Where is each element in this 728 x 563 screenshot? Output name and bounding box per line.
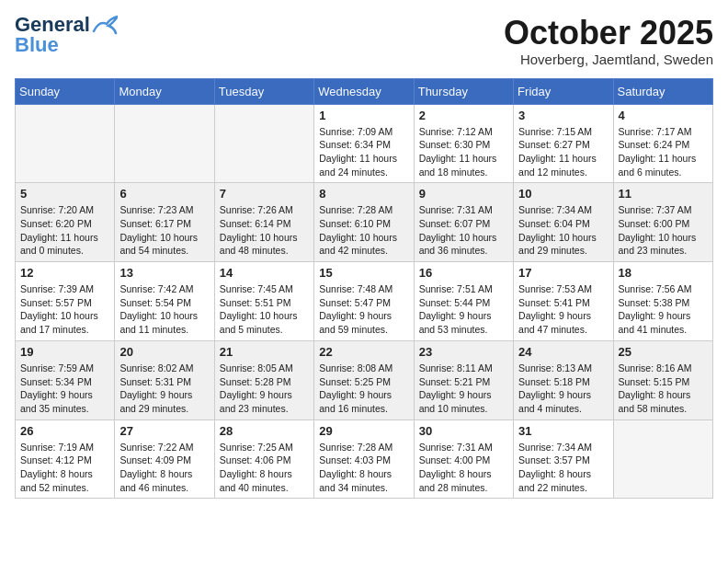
calendar-cell [613,419,712,499]
calendar-cell: 4Sunrise: 7:17 AM Sunset: 6:24 PM Daylig… [613,104,712,183]
day-number: 8 [319,187,408,201]
day-info: Sunrise: 8:11 AM Sunset: 5:21 PM Dayligh… [419,362,508,416]
day-number: 15 [319,266,408,280]
calendar-cell: 24Sunrise: 8:13 AM Sunset: 5:18 PM Dayli… [514,340,613,419]
day-info: Sunrise: 7:39 AM Sunset: 5:57 PM Dayligh… [20,282,109,337]
day-number: 19 [20,345,109,359]
title-block: October 2025 Hoverberg, Jaemtland, Swede… [504,15,713,67]
day-info: Sunrise: 7:48 AM Sunset: 5:47 PM Dayligh… [319,282,408,337]
calendar-cell: 26Sunrise: 7:19 AM Sunset: 4:12 PM Dayli… [16,419,115,499]
day-info: Sunrise: 7:19 AM Sunset: 4:12 PM Dayligh… [20,441,109,495]
calendar-cell: 9Sunrise: 7:31 AM Sunset: 6:07 PM Daylig… [414,183,513,262]
calendar-cell: 23Sunrise: 8:11 AM Sunset: 5:21 PM Dayli… [414,340,513,419]
day-info: Sunrise: 7:56 AM Sunset: 5:38 PM Dayligh… [619,282,708,337]
day-info: Sunrise: 8:02 AM Sunset: 5:31 PM Dayligh… [119,362,209,416]
calendar-cell [214,104,313,183]
day-number: 3 [518,109,608,122]
day-number: 24 [518,345,608,359]
calendar-cell: 10Sunrise: 7:34 AM Sunset: 6:04 PM Dayli… [514,183,613,262]
day-number: 28 [220,424,309,438]
day-info: Sunrise: 7:34 AM Sunset: 6:04 PM Dayligh… [518,203,608,258]
day-number: 11 [619,187,708,201]
day-number: 12 [20,266,109,280]
calendar-cell: 30Sunrise: 7:31 AM Sunset: 4:00 PM Dayli… [414,419,513,499]
day-number: 27 [119,424,209,438]
day-number: 1 [319,109,408,122]
location: Hoverberg, Jaemtland, Sweden [504,52,713,67]
calendar-cell: 18Sunrise: 7:56 AM Sunset: 5:38 PM Dayli… [613,262,712,341]
calendar-cell: 25Sunrise: 8:16 AM Sunset: 5:15 PM Dayli… [613,340,712,419]
calendar-cell: 29Sunrise: 7:28 AM Sunset: 4:03 PM Dayli… [314,419,414,499]
calendar-cell: 31Sunrise: 7:34 AM Sunset: 3:57 PM Dayli… [514,419,613,499]
calendar-cell: 21Sunrise: 8:05 AM Sunset: 5:28 PM Dayli… [214,340,313,419]
day-number: 6 [119,187,209,201]
calendar-cell: 27Sunrise: 7:22 AM Sunset: 4:09 PM Dayli… [115,419,214,499]
calendar-header-sunday: Sunday [16,78,115,104]
day-info: Sunrise: 7:12 AM Sunset: 6:30 PM Dayligh… [419,125,508,179]
day-number: 22 [319,345,408,359]
calendar-cell [16,104,115,183]
day-number: 31 [518,424,608,438]
day-info: Sunrise: 7:37 AM Sunset: 6:00 PM Dayligh… [619,203,708,258]
day-number: 26 [20,424,109,438]
calendar-table: SundayMondayTuesdayWednesdayThursdayFrid… [15,78,713,500]
day-info: Sunrise: 7:45 AM Sunset: 5:51 PM Dayligh… [220,282,309,337]
day-info: Sunrise: 8:16 AM Sunset: 5:15 PM Dayligh… [619,362,708,416]
day-number: 25 [619,345,708,359]
calendar-cell: 19Sunrise: 7:59 AM Sunset: 5:34 PM Dayli… [16,340,115,419]
calendar-header-thursday: Thursday [414,78,513,104]
calendar-cell: 12Sunrise: 7:39 AM Sunset: 5:57 PM Dayli… [16,262,115,341]
day-number: 10 [518,187,608,201]
calendar-cell: 7Sunrise: 7:26 AM Sunset: 6:14 PM Daylig… [214,183,313,262]
month-title: October 2025 [504,15,713,52]
logo-blue-text: Blue [15,33,59,56]
calendar-cell: 17Sunrise: 7:53 AM Sunset: 5:41 PM Dayli… [514,262,613,341]
logo-text: General [15,15,90,35]
day-info: Sunrise: 8:13 AM Sunset: 5:18 PM Dayligh… [518,362,608,416]
calendar-cell: 20Sunrise: 8:02 AM Sunset: 5:31 PM Dayli… [115,340,214,419]
calendar-week-row: 1Sunrise: 7:09 AM Sunset: 6:34 PM Daylig… [16,104,713,183]
calendar-week-row: 5Sunrise: 7:20 AM Sunset: 6:20 PM Daylig… [16,183,713,262]
day-number: 5 [20,187,109,201]
day-number: 18 [619,266,708,280]
day-info: Sunrise: 7:31 AM Sunset: 6:07 PM Dayligh… [419,203,508,258]
calendar-week-row: 19Sunrise: 7:59 AM Sunset: 5:34 PM Dayli… [16,340,713,419]
calendar-week-row: 12Sunrise: 7:39 AM Sunset: 5:57 PM Dayli… [16,262,713,341]
day-number: 20 [119,345,209,359]
day-number: 7 [220,187,309,201]
day-number: 13 [119,266,209,280]
calendar-cell: 11Sunrise: 7:37 AM Sunset: 6:00 PM Dayli… [613,183,712,262]
calendar-header-tuesday: Tuesday [214,78,313,104]
calendar-cell: 22Sunrise: 8:08 AM Sunset: 5:25 PM Dayli… [314,340,414,419]
day-info: Sunrise: 7:34 AM Sunset: 3:57 PM Dayligh… [518,441,608,495]
day-number: 29 [319,424,408,438]
calendar-cell: 28Sunrise: 7:25 AM Sunset: 4:06 PM Dayli… [214,419,313,499]
calendar-header-friday: Friday [514,78,613,104]
day-info: Sunrise: 7:22 AM Sunset: 4:09 PM Dayligh… [119,441,209,495]
day-info: Sunrise: 7:28 AM Sunset: 6:10 PM Dayligh… [319,203,408,258]
calendar-header-saturday: Saturday [613,78,712,104]
calendar-header-monday: Monday [115,78,214,104]
calendar-week-row: 26Sunrise: 7:19 AM Sunset: 4:12 PM Dayli… [16,419,713,499]
day-number: 21 [220,345,309,359]
day-info: Sunrise: 7:23 AM Sunset: 6:17 PM Dayligh… [119,203,209,258]
day-info: Sunrise: 7:26 AM Sunset: 6:14 PM Dayligh… [220,203,309,258]
day-info: Sunrise: 7:42 AM Sunset: 5:54 PM Dayligh… [119,282,209,337]
day-info: Sunrise: 7:20 AM Sunset: 6:20 PM Dayligh… [20,203,109,258]
calendar-cell: 13Sunrise: 7:42 AM Sunset: 5:54 PM Dayli… [115,262,214,341]
day-number: 2 [419,109,508,122]
day-info: Sunrise: 8:08 AM Sunset: 5:25 PM Dayligh… [319,362,408,416]
day-number: 30 [419,424,508,438]
calendar-header-wednesday: Wednesday [314,78,414,104]
day-info: Sunrise: 7:51 AM Sunset: 5:44 PM Dayligh… [419,282,508,337]
day-number: 4 [619,109,708,122]
calendar-cell: 2Sunrise: 7:12 AM Sunset: 6:30 PM Daylig… [414,104,513,183]
logo: General Blue [15,15,118,55]
day-info: Sunrise: 7:15 AM Sunset: 6:27 PM Dayligh… [518,125,608,179]
calendar-cell [115,104,214,183]
day-info: Sunrise: 7:25 AM Sunset: 4:06 PM Dayligh… [220,441,309,495]
day-info: Sunrise: 7:28 AM Sunset: 4:03 PM Dayligh… [319,441,408,495]
calendar-cell: 8Sunrise: 7:28 AM Sunset: 6:10 PM Daylig… [314,183,414,262]
calendar-cell: 16Sunrise: 7:51 AM Sunset: 5:44 PM Dayli… [414,262,513,341]
day-number: 23 [419,345,508,359]
